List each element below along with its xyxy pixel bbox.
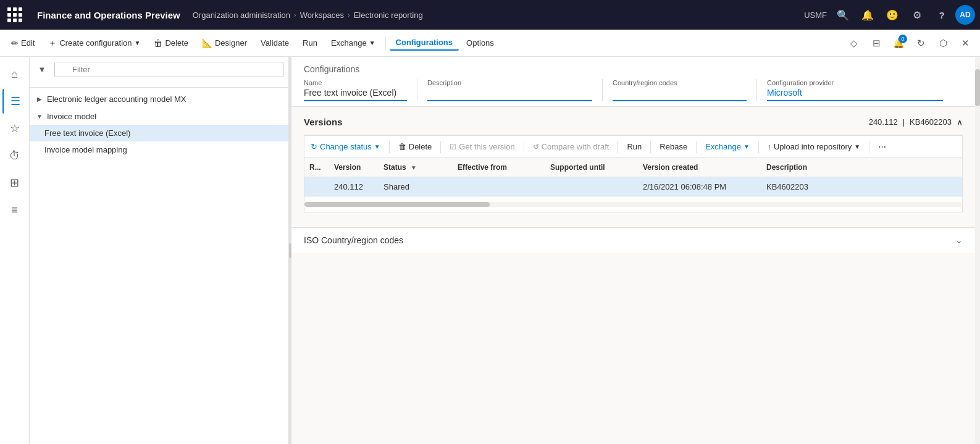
waffle-menu-button[interactable] bbox=[5, 5, 25, 25]
upload-into-repository-button[interactable]: ↑ Upload into repository ▼ bbox=[761, 140, 866, 154]
get-this-version-button[interactable]: ☑ Get this version bbox=[443, 140, 521, 154]
waffle-icon bbox=[7, 7, 22, 22]
smiley-button[interactable]: 🙂 bbox=[881, 4, 903, 26]
compare-with-draft-button[interactable]: ↺ Compare with draft bbox=[527, 140, 616, 154]
col-header-description: Description bbox=[761, 158, 962, 177]
expand-icon-electronic-ledger: ▶ bbox=[35, 94, 44, 104]
refresh-icon-btn[interactable]: ↻ bbox=[911, 33, 931, 53]
main-content: Configurations Name Free text invoice (E… bbox=[291, 57, 975, 444]
upload-chevron-icon: ▼ bbox=[854, 143, 860, 150]
versions-exchange-button[interactable]: Exchange ▼ bbox=[699, 140, 756, 154]
nav-list-button[interactable]: ≡ bbox=[2, 198, 27, 222]
cell-version-created: 2/16/2021 06:08:48 PM bbox=[638, 177, 761, 197]
designer-button[interactable]: 📐 Designer bbox=[196, 36, 253, 51]
plus-icon: ＋ bbox=[48, 38, 57, 49]
breadcrumb-workspaces[interactable]: Workspaces bbox=[300, 10, 344, 20]
country-codes-label: Country/region codes bbox=[613, 79, 747, 86]
help-button[interactable]: ? bbox=[931, 4, 953, 26]
configurations-button[interactable]: Configurations bbox=[390, 35, 459, 51]
resizer-handle bbox=[289, 243, 291, 258]
config-provider-field: Configuration provider Microsoft bbox=[767, 79, 953, 101]
col-header-r: R... bbox=[304, 158, 329, 177]
tree-item-invoice-model[interactable]: ▼ Invoice model bbox=[30, 107, 288, 125]
edit-button[interactable]: ✏ Edit bbox=[5, 36, 41, 51]
filter-input[interactable] bbox=[54, 62, 283, 77]
close-icon-btn[interactable]: ✕ bbox=[955, 33, 975, 53]
exchange-button[interactable]: Exchange ▼ bbox=[325, 36, 382, 50]
cell-r bbox=[304, 177, 329, 197]
topbar-right: USMF 🔍 🔔 🙂 ⚙ ? AD bbox=[804, 4, 975, 26]
iso-chevron-icon: ⌄ bbox=[955, 235, 963, 245]
config-provider-value[interactable]: Microsoft bbox=[767, 88, 943, 101]
vtb-sep-5 bbox=[650, 141, 651, 153]
bell-button[interactable]: 🔔 bbox=[856, 4, 879, 26]
versions-table: R... Version Status ▼ Effe bbox=[304, 158, 962, 197]
versions-run-button[interactable]: Run bbox=[621, 140, 648, 154]
tree-filter-icon[interactable]: ▼ bbox=[35, 62, 49, 77]
description-field: Description bbox=[427, 79, 603, 101]
iso-section[interactable]: ISO Country/region codes ⌄ bbox=[291, 227, 975, 253]
status-filter-icon[interactable]: ▼ bbox=[411, 164, 417, 171]
cell-effective-from bbox=[453, 177, 545, 197]
cell-status: Shared bbox=[379, 177, 453, 197]
country-codes-field: Country/region codes bbox=[613, 79, 757, 101]
versions-table-body: 240.112 Shared 2/16/2021 06:08:48 PM KB4… bbox=[304, 177, 962, 197]
versions-header: Versions 240.112 | KB4602203 ∧ bbox=[304, 117, 963, 127]
breadcrumb-electronic-reporting[interactable]: Electronic reporting bbox=[354, 10, 423, 20]
name-field: Name Free text invoice (Excel) bbox=[304, 79, 417, 101]
versions-section: Versions 240.112 | KB4602203 ∧ ↻ Change … bbox=[291, 107, 975, 222]
versions-delete-button[interactable]: 🗑 Delete bbox=[392, 140, 438, 154]
versions-more-button[interactable]: ⋯ bbox=[872, 140, 892, 154]
col-header-version: Version bbox=[329, 158, 379, 177]
avatar[interactable]: AD bbox=[955, 5, 975, 25]
cell-description: KB4602203 bbox=[761, 177, 962, 197]
nav-workspace-button[interactable]: ⊞ bbox=[2, 170, 27, 195]
kb-number: KB4602203 bbox=[910, 117, 952, 127]
col-header-status: Status ▼ bbox=[379, 158, 453, 177]
compare-icon: ↺ bbox=[533, 143, 539, 151]
panel-resizer[interactable] bbox=[289, 57, 291, 444]
filter-wrap: 🔍 bbox=[54, 62, 283, 77]
change-status-button[interactable]: ↻ Change status ▼ bbox=[304, 140, 387, 154]
change-status-chevron-icon: ▼ bbox=[374, 143, 380, 150]
app-title: Finance and Operations Preview bbox=[30, 10, 188, 20]
nav-star-button[interactable]: ☆ bbox=[2, 116, 27, 141]
tree-item-invoice-model-mapping[interactable]: Invoice model mapping bbox=[30, 141, 288, 158]
options-button[interactable]: Options bbox=[460, 36, 500, 50]
config-fields: Name Free text invoice (Excel) Descripti… bbox=[304, 79, 963, 101]
panel-icon-btn[interactable]: ⊟ bbox=[866, 33, 886, 53]
versions-title: Versions bbox=[304, 117, 343, 127]
tree-item-electronic-ledger[interactable]: ▶ Electronic ledger accounting model MX bbox=[30, 90, 288, 107]
rebase-button[interactable]: Rebase bbox=[653, 140, 693, 154]
tree-filter-area: ▼ 🔍 bbox=[30, 57, 288, 88]
nav-menu-button[interactable]: ☰ bbox=[2, 89, 27, 114]
table-row[interactable]: 240.112 Shared 2/16/2021 06:08:48 PM KB4… bbox=[304, 177, 962, 197]
versions-toolbar: ↻ Change status ▼ 🗑 Delete ☑ Get this ve… bbox=[304, 135, 962, 158]
nav-home-button[interactable]: ⌂ bbox=[2, 62, 27, 86]
collapse-versions-icon[interactable]: ∧ bbox=[957, 117, 963, 127]
horizontal-scrollbar[interactable] bbox=[304, 202, 962, 207]
search-button[interactable]: 🔍 bbox=[832, 4, 854, 26]
open-icon-btn[interactable]: ⬡ bbox=[933, 33, 953, 53]
right-scrollbar[interactable] bbox=[975, 57, 980, 444]
tree-item-free-text-invoice[interactable]: Free text invoice (Excel) bbox=[30, 125, 288, 141]
breadcrumb: Organization administration › Workspaces… bbox=[193, 10, 799, 20]
run-button[interactable]: Run bbox=[296, 36, 324, 50]
notification-icon-btn[interactable]: 🔔 0 bbox=[889, 33, 908, 53]
create-config-chevron-icon: ▼ bbox=[134, 40, 140, 46]
name-label: Name bbox=[304, 79, 407, 86]
trash-icon-sm: 🗑 bbox=[398, 142, 406, 151]
nav-history-button[interactable]: ⏱ bbox=[2, 143, 27, 168]
delete-button[interactable]: 🗑 Delete bbox=[148, 36, 195, 51]
configurations-section-title: Configurations bbox=[304, 64, 963, 74]
cell-supported-until bbox=[545, 177, 638, 197]
vtb-sep-3 bbox=[524, 141, 524, 153]
diamond-icon-btn[interactable]: ◇ bbox=[844, 33, 864, 53]
breadcrumb-org-admin[interactable]: Organization administration bbox=[193, 10, 290, 20]
create-configuration-button[interactable]: ＋ Create configuration ▼ bbox=[42, 35, 146, 51]
tree-content: ▶ Electronic ledger accounting model MX … bbox=[30, 88, 288, 444]
vtb-sep-7 bbox=[758, 141, 759, 153]
validate-button[interactable]: Validate bbox=[254, 36, 295, 50]
commandbar-right-icons: ◇ ⊟ 🔔 0 ↻ ⬡ ✕ bbox=[844, 33, 975, 53]
gear-button[interactable]: ⚙ bbox=[906, 4, 928, 26]
